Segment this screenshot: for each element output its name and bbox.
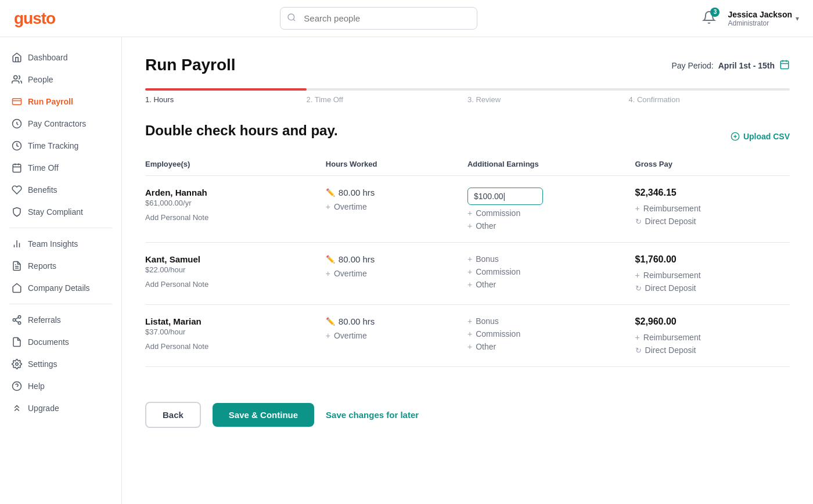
documents-icon (12, 337, 22, 347)
col-gross: Gross Pay (635, 155, 790, 176)
add-other-3[interactable]: + Other (467, 342, 635, 351)
sidebar-item-upgrade[interactable]: Upgrade (0, 397, 121, 419)
add-overtime-2[interactable]: + Overtime (326, 269, 467, 278)
sidebar-item-pay-contractors[interactable]: Pay Contractors (0, 113, 121, 135)
sidebar-item-team-insights[interactable]: Team Insights (0, 233, 121, 255)
sidebar-label-time-tracking: Time Tracking (28, 141, 78, 150)
sidebar-item-company-details[interactable]: Company Details (0, 277, 121, 299)
reimbursement-3[interactable]: + Reimbursement (635, 333, 790, 342)
svg-point-16 (18, 316, 21, 319)
chevron-down-icon: ▾ (796, 15, 799, 23)
direct-deposit-1[interactable]: ↻ Direct Deposit (635, 217, 790, 226)
gross-amount-2: $1,760.00 (635, 254, 790, 265)
plus-reimbursement-icon-3: + (635, 333, 640, 342)
add-bonus-3[interactable]: + Bonus (467, 316, 635, 326)
bonus-label-2: Bonus (476, 254, 499, 264)
svg-line-19 (15, 321, 18, 322)
sidebar-item-stay-compliant[interactable]: Stay Compliant (0, 201, 121, 223)
reimbursement-1[interactable]: + Reimbursement (635, 204, 790, 213)
plus-bonus-icon-2: + (467, 254, 472, 264)
svg-line-1 (293, 19, 295, 21)
employee-salary-2: $22.00/hour (145, 265, 326, 274)
sidebar-item-people[interactable]: People (0, 69, 121, 91)
sidebar-item-time-tracking[interactable]: Time Tracking (0, 135, 121, 157)
sidebar-item-dashboard[interactable]: Dashboard (0, 46, 121, 69)
direct-deposit-label-3: Direct Deposit (645, 345, 696, 355)
section-header-row: Double check hours and pay. Upload CSV (145, 123, 790, 150)
pay-period: Pay Period: April 1st - 15th (671, 59, 790, 71)
employee-salary-1: $61,000.00/yr (145, 199, 326, 207)
back-button[interactable]: Back (145, 402, 201, 428)
overtime-label-3: Overtime (334, 331, 367, 340)
direct-deposit-icon-2: ↻ (635, 284, 642, 293)
direct-deposit-3[interactable]: ↻ Direct Deposit (635, 345, 790, 355)
bonus-label-3: Bonus (476, 316, 499, 326)
settings-icon (12, 359, 22, 369)
gross-cell-1: $2,346.15 + Reimbursement ↻ Direct Depos… (635, 176, 790, 243)
other-label-2: Other (476, 280, 496, 289)
svg-rect-24 (780, 61, 789, 69)
insights-icon (12, 239, 22, 249)
commission-label-3: Commission (476, 329, 520, 339)
table-row: Arden, Hannah $61,000.00/yr Add Personal… (145, 176, 790, 243)
earnings-input-1[interactable] (467, 188, 543, 205)
sidebar-item-reports[interactable]: Reports (0, 255, 121, 277)
add-bonus-2[interactable]: + Bonus (467, 254, 635, 264)
add-other-1[interactable]: + Other (467, 221, 635, 231)
add-commission-1[interactable]: + Commission (467, 208, 635, 218)
hours-cell-2: ✏️ 80.00 hrs + Overtime (326, 243, 467, 305)
upload-csv-button[interactable]: Upload CSV (731, 132, 790, 141)
add-note-1[interactable]: Add Personal Note (145, 213, 326, 222)
edit-hours-icon-1[interactable]: ✏️ (326, 188, 335, 197)
progress-container: 1. Hours 2. Time Off 3. Review 4. Confir… (145, 88, 790, 104)
hours-cell-1: ✏️ 80.00 hrs + Overtime (326, 176, 467, 243)
reimbursement-2[interactable]: + Reimbursement (635, 271, 790, 280)
search-bar (280, 7, 477, 30)
add-commission-2[interactable]: + Commission (467, 267, 635, 276)
add-note-3[interactable]: Add Personal Note (145, 342, 326, 351)
add-note-2[interactable]: Add Personal Note (145, 280, 326, 289)
user-name: Jessica Jackson (728, 10, 792, 19)
col-employees: Employee(s) (145, 155, 326, 176)
step-3-label: 3. Review (467, 95, 629, 104)
sidebar-label-team-insights: Team Insights (28, 239, 78, 249)
add-commission-3[interactable]: + Commission (467, 329, 635, 339)
sidebar-label-company-details: Company Details (28, 283, 90, 293)
plus-commission-icon-2: + (467, 267, 472, 276)
svg-rect-3 (13, 99, 21, 105)
step-1-label: 1. Hours (145, 95, 307, 104)
table-header: Employee(s) Hours Worked Additional Earn… (145, 155, 790, 176)
layout: Dashboard People Run Payroll Pay Contrac… (0, 37, 813, 504)
sidebar-label-settings: Settings (28, 359, 57, 369)
notification-bell[interactable]: 3 (702, 10, 716, 27)
sidebar-item-help[interactable]: Help (0, 375, 121, 397)
direct-deposit-2[interactable]: ↻ Direct Deposit (635, 283, 790, 293)
add-other-2[interactable]: + Other (467, 280, 635, 289)
sidebar-item-referrals[interactable]: Referrals (0, 309, 121, 331)
add-overtime-1[interactable]: + Overtime (326, 202, 467, 211)
other-label-1: Other (476, 221, 496, 231)
sidebar-item-benefits[interactable]: Benefits (0, 179, 121, 201)
sidebar-item-settings[interactable]: Settings (0, 353, 121, 375)
add-overtime-3[interactable]: + Overtime (326, 331, 467, 340)
direct-deposit-icon-1: ↻ (635, 217, 642, 226)
employee-cell-2: Kant, Samuel $22.00/hour Add Personal No… (145, 243, 326, 305)
edit-hours-icon-3[interactable]: ✏️ (326, 317, 335, 326)
sidebar-label-time-off: Time Off (28, 163, 59, 172)
sidebar-item-documents[interactable]: Documents (0, 331, 121, 353)
sidebar-label-reports: Reports (28, 261, 56, 271)
edit-hours-icon-2[interactable]: ✏️ (326, 255, 335, 264)
save-later-button[interactable]: Save changes for later (326, 410, 419, 420)
direct-deposit-icon-3: ↻ (635, 346, 642, 355)
sidebar-item-time-off[interactable]: Time Off (0, 157, 121, 179)
plus-reimbursement-icon-1: + (635, 204, 640, 213)
employee-name-2: Kant, Samuel (145, 254, 326, 264)
calendar-icon[interactable] (779, 59, 790, 71)
reimbursement-label-1: Reimbursement (643, 204, 701, 213)
user-menu[interactable]: Jessica Jackson Administrator ▾ (728, 10, 799, 27)
search-input[interactable] (280, 7, 477, 30)
sidebar-item-run-payroll[interactable]: Run Payroll (0, 91, 121, 113)
direct-deposit-label-2: Direct Deposit (645, 283, 696, 293)
progress-bar-track (145, 88, 790, 91)
save-continue-button[interactable]: Save & Continue (213, 403, 314, 427)
